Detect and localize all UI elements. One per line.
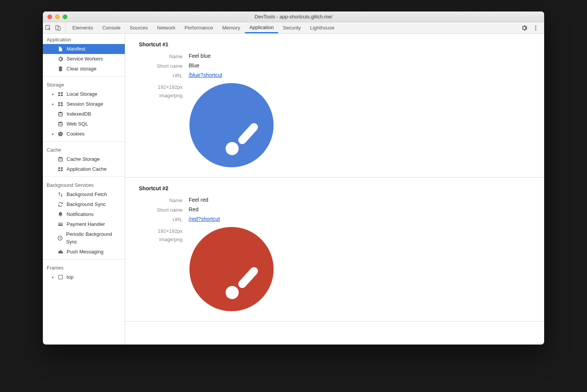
minimize-icon[interactable] bbox=[55, 15, 60, 19]
svg-rect-24 bbox=[61, 170, 63, 171]
grid-icon bbox=[57, 91, 64, 97]
sidebar-item-clear-storage[interactable]: Clear storage bbox=[43, 64, 125, 74]
updown-icon bbox=[57, 191, 64, 198]
chevron-right-icon: ▸ bbox=[51, 130, 54, 138]
svg-rect-28 bbox=[59, 275, 62, 279]
sidebar-item-label: top bbox=[67, 273, 73, 281]
sidebar-group-frames: Frames bbox=[43, 262, 125, 272]
svg-point-18 bbox=[61, 133, 62, 134]
sidebar-item-label: Session Storage bbox=[67, 100, 103, 108]
value-name: Feel blue bbox=[189, 53, 211, 59]
sidebar-item-manifest[interactable]: Manifest bbox=[43, 44, 125, 54]
sidebar-item-label: Application Cache bbox=[67, 165, 107, 173]
sidebar-item-label: Background Fetch bbox=[67, 191, 107, 198]
svg-rect-6 bbox=[58, 92, 60, 94]
devtools-window: DevTools - app-shortcuts.glitch.me/ Elem… bbox=[43, 11, 544, 345]
window-controls bbox=[43, 15, 67, 19]
main-content[interactable]: Shortcut #1 NameFeel blue Short nameBlue… bbox=[125, 34, 544, 345]
grid-icon bbox=[57, 166, 64, 172]
sidebar-item-session-storage[interactable]: ▸Session Storage bbox=[43, 99, 125, 109]
tab-security[interactable]: Security bbox=[278, 22, 305, 33]
device-icon[interactable] bbox=[55, 25, 61, 31]
svg-point-17 bbox=[59, 133, 60, 134]
db-icon bbox=[57, 111, 64, 117]
more-icon[interactable] bbox=[533, 25, 539, 31]
sidebar-item-periodic-background-sync[interactable]: Periodic Background Sync bbox=[43, 229, 125, 247]
svg-rect-31 bbox=[236, 265, 259, 289]
sidebar-item-label: Notifications bbox=[67, 211, 94, 218]
sidebar-item-payment-handler[interactable]: Payment Handler bbox=[43, 219, 125, 229]
sidebar-item-application-cache[interactable]: Application Cache bbox=[43, 164, 125, 174]
sidebar-item-label: Local Storage bbox=[67, 90, 97, 98]
shortcut-section-2: Shortcut #2 NameFeel red Short nameRed U… bbox=[125, 178, 544, 322]
shortcut-url-link[interactable]: /blue?shortcut bbox=[189, 72, 222, 78]
chevron-right-icon: ▸ bbox=[51, 100, 54, 108]
sidebar-item-push-messaging[interactable]: Push Messaging bbox=[43, 247, 125, 257]
tab-network[interactable]: Network bbox=[153, 22, 180, 33]
value-url: /blue?shortcut bbox=[189, 72, 222, 78]
tab-application[interactable]: Application bbox=[245, 22, 279, 33]
shortcut-url-link[interactable]: /red?shortcut bbox=[189, 216, 220, 222]
svg-rect-11 bbox=[61, 102, 63, 104]
shortcut-icon bbox=[189, 227, 274, 311]
sidebar-item-cookies[interactable]: ▸Cookies bbox=[43, 129, 125, 139]
sidebar-item-local-storage[interactable]: ▸Local Storage bbox=[43, 89, 125, 99]
sidebar-item-indexeddb[interactable]: IndexedDB bbox=[43, 109, 125, 119]
sidebar-item-background-sync[interactable]: Background Sync bbox=[43, 199, 125, 209]
sidebar-item-cache-storage[interactable]: Cache Storage bbox=[43, 154, 125, 164]
svg-rect-13 bbox=[61, 105, 63, 106]
card-icon bbox=[57, 221, 64, 227]
tab-elements[interactable]: Elements bbox=[68, 22, 98, 33]
sidebar-item-top[interactable]: ▸top bbox=[43, 272, 125, 282]
gear-icon[interactable] bbox=[521, 25, 527, 31]
label-short-name: Short name bbox=[139, 206, 189, 213]
label-name: Name bbox=[139, 197, 189, 203]
tab-lighthouse[interactable]: Lighthouse bbox=[305, 22, 339, 33]
svg-rect-22 bbox=[61, 167, 63, 169]
shortcut-heading: Shortcut #1 bbox=[139, 41, 530, 47]
file-icon bbox=[57, 46, 64, 52]
tab-memory[interactable]: Memory bbox=[218, 22, 245, 33]
tab-sources[interactable]: Sources bbox=[125, 22, 153, 33]
tab-console[interactable]: Console bbox=[98, 22, 125, 33]
svg-rect-26 bbox=[58, 224, 63, 224]
svg-point-4 bbox=[535, 27, 536, 28]
label-url: URL bbox=[139, 216, 189, 222]
sidebar-item-label: Web SQL bbox=[67, 120, 88, 128]
maximize-icon[interactable] bbox=[63, 15, 67, 19]
db-icon bbox=[57, 121, 64, 127]
inspect-icon[interactable] bbox=[45, 25, 51, 31]
svg-point-19 bbox=[60, 134, 61, 135]
svg-rect-7 bbox=[61, 92, 63, 94]
svg-point-15 bbox=[59, 122, 62, 123]
close-icon[interactable] bbox=[47, 15, 52, 19]
bell-icon bbox=[57, 211, 64, 217]
sidebar-item-web-sql[interactable]: Web SQL bbox=[43, 119, 125, 129]
tab-performance[interactable]: Performance bbox=[180, 22, 217, 33]
sidebar-group-storage: Storage bbox=[43, 79, 125, 89]
sidebar-group-background-services: Background Services bbox=[43, 179, 125, 189]
icon-meta: 192×192pximage/png bbox=[139, 227, 189, 244]
gear-icon bbox=[57, 56, 64, 62]
label-name: Name bbox=[139, 53, 189, 59]
cloud-icon bbox=[57, 249, 64, 255]
brush-icon bbox=[223, 264, 259, 301]
svg-point-20 bbox=[59, 157, 62, 158]
svg-point-5 bbox=[535, 29, 536, 30]
sidebar-item-label: IndexedDB bbox=[67, 110, 91, 118]
grid-icon bbox=[57, 101, 64, 107]
svg-point-16 bbox=[58, 132, 63, 136]
value-short-name: Red bbox=[189, 206, 199, 212]
sidebar-group-cache: Cache bbox=[43, 144, 125, 154]
shortcut-heading: Shortcut #2 bbox=[139, 185, 530, 191]
sidebar-item-label: Service Workers bbox=[67, 55, 103, 63]
svg-rect-23 bbox=[58, 170, 60, 171]
sidebar-item-label: Manifest bbox=[67, 45, 85, 53]
sidebar-item-service-workers[interactable]: Service Workers bbox=[43, 54, 125, 64]
value-short-name: Blue bbox=[189, 62, 199, 69]
svg-rect-8 bbox=[58, 95, 60, 96]
sidebar-item-background-fetch[interactable]: Background Fetch bbox=[43, 189, 125, 199]
sync-icon bbox=[57, 201, 64, 207]
sidebar-item-label: Background Sync bbox=[67, 201, 106, 208]
sidebar-item-notifications[interactable]: Notifications bbox=[43, 209, 125, 219]
